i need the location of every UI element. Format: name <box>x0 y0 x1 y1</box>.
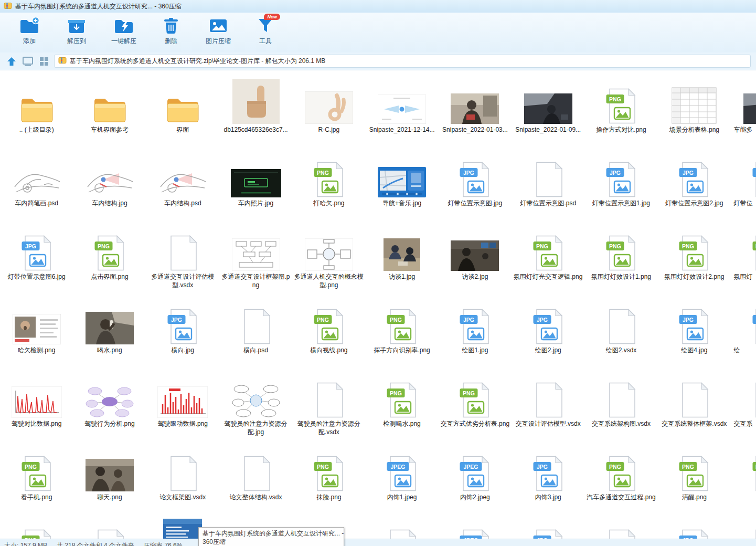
file-item[interactable]: PNG清醒.png <box>658 443 731 517</box>
file-item[interactable]: 交互设计评估模型.vsdx <box>512 370 584 443</box>
tooltip-line2: 360压缩 <box>203 538 340 546</box>
file-name: 交互设计评估模型.vsdx <box>513 420 583 428</box>
file-item[interactable]: PNG汽车多通道交互过程.png <box>584 443 657 517</box>
file-item[interactable]: 多通道人机交互的概念模型.png <box>292 223 365 296</box>
file-item[interactable]: 导航+音乐.jpg <box>365 149 438 223</box>
file-item[interactable]: JPG内饰3.jpg <box>512 443 584 517</box>
file-item[interactable]: PNG氛围灯灯效设计1.png <box>584 223 657 296</box>
file-item[interactable] <box>584 517 657 539</box>
svg-text:PNG: PNG <box>682 464 694 470</box>
file-item[interactable]: 驾驶行为分析.png <box>73 370 146 443</box>
toolbar-button-add[interactable]: 添加 <box>8 16 50 46</box>
file-item[interactable]: PNG氛围灯灯效设计2.png <box>658 223 731 296</box>
file-item[interactable]: JPG绘图4.jpg <box>658 296 731 370</box>
file-name: 氛围灯 <box>732 273 756 281</box>
file-item[interactable]: JPEG <box>439 517 512 539</box>
file-item[interactable]: 驾驶员的注意力资源分配.vsdx <box>292 370 365 443</box>
file-item[interactable]: JPG <box>512 517 584 539</box>
file-name: 操作方式对比.png <box>586 126 656 134</box>
file-item[interactable]: 绘图2.vsdx <box>584 296 657 370</box>
file-item[interactable]: db125cd465326e3c7... <box>219 76 292 149</box>
up-button[interactable] <box>5 55 18 68</box>
file-item[interactable]: JPG绘图1.jpg <box>439 296 512 370</box>
file-item[interactable]: .. (上级目录) <box>0 76 73 149</box>
address-bar[interactable]: 基于车内氛围灯系统的多通道人机交互设计研究.zip\毕业论文-图片库 - 解包大… <box>54 55 751 68</box>
file-item[interactable]: Snipaste_2021-12-14... <box>365 76 438 149</box>
document-file-icon <box>94 517 125 539</box>
svg-text:JPG: JPG <box>610 170 621 176</box>
file-item[interactable]: 车内简笔画.psd <box>0 149 73 223</box>
toolbar-button-extract-to[interactable]: 解压到 <box>56 16 98 46</box>
toolbar-button-one-click-extract[interactable]: 一键解压 <box>103 16 145 46</box>
file-item[interactable]: JPG横向.jpg <box>146 296 219 370</box>
file-item[interactable]: 交互系统架构图.vsdx <box>584 370 657 443</box>
document-file-icon <box>314 370 344 418</box>
file-item[interactable] <box>365 517 438 539</box>
file-item[interactable]: PNG氛围灯 <box>731 223 756 296</box>
file-name: 场景分析表格.png <box>659 126 729 134</box>
jpg-file-icon: JPG <box>533 517 563 539</box>
file-item[interactable]: 车机界面参考 <box>73 76 146 149</box>
file-item[interactable]: 横向.psd <box>219 296 292 370</box>
file-item[interactable]: 车内结构.jpg <box>73 149 146 223</box>
file-item[interactable]: PNG点击界面.png <box>73 223 146 296</box>
file-item[interactable]: 论文整体结构.vsdx <box>219 443 292 517</box>
file-item[interactable]: JPG灯带位 <box>731 149 756 223</box>
file-item[interactable]: 多通道交互设计框架图.png <box>219 223 292 296</box>
file-item[interactable]: 哈欠检测.png <box>0 296 73 370</box>
file-item[interactable]: 车内结构.psd <box>146 149 219 223</box>
svg-text:PNG: PNG <box>317 317 329 323</box>
toolbar-button-tools[interactable]: New 工具 <box>244 16 286 46</box>
file-item[interactable]: 多通道交互设计评估模型.vsdx <box>146 223 219 296</box>
file-item[interactable]: JPG灯带位置示意图1.jpg <box>584 149 657 223</box>
file-item[interactable]: PNG打哈欠.png <box>292 149 365 223</box>
file-item[interactable]: PNG <box>0 517 73 539</box>
file-item[interactable]: PNG氛围灯灯光交互逻辑.png <box>512 223 584 296</box>
file-item[interactable]: PNG操作方式对比.png <box>584 76 657 149</box>
file-item[interactable]: 交互系统整体框架.vsdx <box>658 370 731 443</box>
file-item[interactable]: 喝水.png <box>73 296 146 370</box>
file-item[interactable]: JPEG内饰2.jpeg <box>439 443 512 517</box>
file-item[interactable]: PNG交互方式优劣分析表.png <box>439 370 512 443</box>
file-item[interactable]: 聊天.png <box>73 443 146 517</box>
file-item[interactable]: 驾驶对比数据.png <box>0 370 73 443</box>
toolbar-button-delete[interactable]: 删除 <box>150 16 192 46</box>
file-item[interactable]: 车内照片.jpg <box>219 149 292 223</box>
view-pane-button[interactable] <box>22 55 34 68</box>
file-item[interactable]: JPG绘 <box>731 296 756 370</box>
file-item[interactable]: R-C.jpg <box>292 76 365 149</box>
file-item[interactable]: PNG挥手方向识别率.png <box>365 296 438 370</box>
file-item[interactable] <box>731 517 756 539</box>
file-item[interactable] <box>73 517 146 539</box>
file-name: 聊天.png <box>74 494 145 502</box>
file-item[interactable]: PNG看手机.png <box>0 443 73 517</box>
file-item[interactable]: JPG <box>658 517 731 539</box>
file-item[interactable]: Snipaste_2022-01-03... <box>439 76 512 149</box>
file-item[interactable]: 场景分析表格.png <box>658 76 731 149</box>
file-item[interactable]: 灯带位置示意图.psd <box>512 149 584 223</box>
file-item[interactable]: JPG灯带位置示意图2.jpg <box>658 149 731 223</box>
file-item[interactable]: 界面 <box>146 76 219 149</box>
file-item[interactable]: PNG横向视线.png <box>292 296 365 370</box>
file-item[interactable]: PNG检测喝水.png <box>365 370 438 443</box>
view-grid-button[interactable] <box>38 55 50 68</box>
file-item[interactable]: 访谈2.jpg <box>439 223 512 296</box>
toolbar-button-image-compress[interactable]: 图片压缩 <box>197 16 239 46</box>
file-item[interactable]: JPEG内饰1.jpeg <box>365 443 438 517</box>
file-item[interactable]: 访谈1.jpg <box>365 223 438 296</box>
file-item[interactable]: 驾驶眼动数据.png <box>146 370 219 443</box>
document-file-icon <box>679 370 709 418</box>
file-item[interactable]: 车能多 <box>731 76 756 149</box>
file-item[interactable]: JPG灯带位置示意图6.jpg <box>0 223 73 296</box>
image-thumbnail <box>232 223 280 271</box>
file-item[interactable]: PNG抹脸.png <box>292 443 365 517</box>
file-item[interactable]: 驾驶员的注意力资源分配.jpg <box>219 370 292 443</box>
file-item[interactable]: PNG <box>731 443 756 517</box>
image-thumbnail <box>672 76 717 124</box>
file-item[interactable]: JPG灯带位置示意图.jpg <box>439 149 512 223</box>
file-item[interactable]: 交互系 <box>731 370 756 443</box>
file-item[interactable]: Snipaste_2022-01-09... <box>512 76 584 149</box>
file-item[interactable]: JPG绘图2.jpg <box>512 296 584 370</box>
image-compress-icon <box>208 16 228 35</box>
file-item[interactable]: 论文框架图.vsdx <box>146 443 219 517</box>
